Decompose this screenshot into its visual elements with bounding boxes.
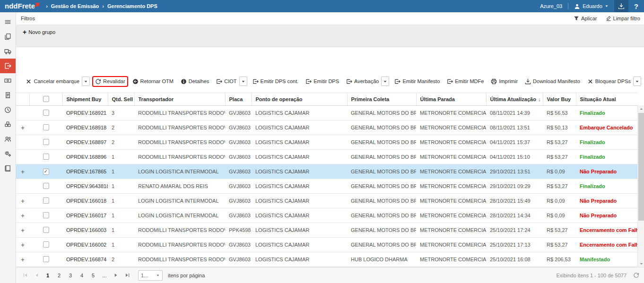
- expand-row-button[interactable]: +: [21, 212, 25, 219]
- row-checkbox[interactable]: [43, 124, 49, 130]
- download-manifesto-button[interactable]: Download Manifesto: [523, 77, 582, 86]
- column-header-ponto-de-operacao[interactable]: Ponto de operação: [252, 93, 347, 106]
- page-button-2[interactable]: 2: [54, 270, 64, 281]
- apply-filter-button[interactable]: Aplicar: [574, 16, 597, 21]
- breadcrumb-gestao-de-emissao[interactable]: Gestão de Emissão: [51, 3, 99, 9]
- row-checkbox[interactable]: [43, 227, 49, 233]
- row-checkbox[interactable]: ✓: [43, 169, 49, 175]
- refresh-grid-button[interactable]: [633, 272, 639, 278]
- download-button[interactable]: [614, 0, 628, 12]
- scrollbar-thumb[interactable]: [638, 113, 644, 221]
- expand-row-button[interactable]: +: [21, 168, 25, 175]
- column-header-qtd-sell[interactable]: Qtd. Sell: [108, 93, 134, 106]
- imprimir-button[interactable]: Imprimir: [489, 77, 520, 86]
- row-checkbox[interactable]: [43, 241, 49, 248]
- row-checkbox[interactable]: [43, 212, 49, 218]
- table-row[interactable]: +OPRDEV.1660181LOGIN LOGISTICA INTERMODA…: [16, 194, 637, 208]
- row-checkbox[interactable]: [43, 139, 49, 145]
- table-row[interactable]: +OPRDEV.1660031RODOMILLI TRANSPORTES ROD…: [16, 223, 637, 238]
- row-checkbox[interactable]: [43, 110, 49, 116]
- emitir-dps-cont-button[interactable]: Emitir DPS cont.: [251, 77, 301, 86]
- cancelar-embarque-dropdown[interactable]: [82, 77, 90, 86]
- averbacao-button[interactable]: Averbação: [344, 77, 381, 86]
- help-button[interactable]: ?: [634, 2, 638, 10]
- column-header-shipment-buy[interactable]: Shipment Buy: [62, 93, 108, 106]
- ciot-button[interactable]: CIOT: [214, 77, 238, 86]
- row-checkbox[interactable]: [43, 154, 49, 160]
- sidebar-item-invoices[interactable]: [0, 88, 16, 103]
- first-page-button[interactable]: [20, 270, 30, 281]
- table-row[interactable]: OPRDEV.1689213RODOMILLI TRANSPORTES RODO…: [16, 106, 637, 120]
- plus-icon: +: [23, 29, 26, 35]
- emitir-mdfe-button[interactable]: Emitir MDFe: [445, 77, 486, 86]
- retornar-otm-button[interactable]: Retornar OTM: [131, 77, 175, 86]
- cancelar-embarque-button[interactable]: Cancelar embarque: [24, 77, 81, 86]
- last-page-button[interactable]: [122, 270, 132, 281]
- page-size-dropdown[interactable]: 1...: [138, 270, 163, 281]
- page-button-4[interactable]: 4: [77, 270, 87, 281]
- expand-row-button[interactable]: +: [21, 197, 25, 205]
- table-row[interactable]: OPRDEV.1688972RODOMILLI TRANSPORTES RODO…: [16, 135, 637, 150]
- column-header-placa[interactable]: Placa: [225, 93, 252, 106]
- cell-ultima_parada: METRONORTE COMERCIAL DE V...: [416, 208, 486, 223]
- bloquear-dpss-dropdown[interactable]: [633, 77, 641, 86]
- ciot-dropdown[interactable]: [239, 77, 247, 86]
- column-header-ultima-parada[interactable]: Última Parada: [416, 93, 486, 106]
- export-icon: [394, 78, 400, 85]
- table-row[interactable]: +OPRDEV.1689182RODOMILLI TRANSPORTES ROD…: [16, 120, 637, 135]
- emitir-manifesto-button[interactable]: Emitir Manifesto: [392, 77, 442, 86]
- app-logo[interactable]: nddFrete: [5, 2, 39, 10]
- table-row[interactable]: +OPRDEV.1660021RODOMILLI TRANSPORTES ROD…: [16, 238, 637, 252]
- clear-filter-button[interactable]: Limpar filtro: [606, 16, 640, 21]
- next-page-button[interactable]: [111, 270, 121, 281]
- scroll-down-button[interactable]: [638, 260, 644, 267]
- table-row[interactable]: +OPRDEV.1668742RODOMILLI TRANSPORTES ROD…: [16, 252, 637, 267]
- sidebar-item-history[interactable]: [0, 103, 16, 117]
- column-header-ultima-atualizacao[interactable]: Última Atualização↓: [486, 93, 543, 106]
- sidebar-item-financial[interactable]: [0, 73, 16, 88]
- cell-transportador: RODOMILLI TRANSPORTES RODOVIARIOS L...: [134, 135, 225, 150]
- table-row[interactable]: OPRDEV.1688961RODOMILLI TRANSPORTES RODO…: [16, 150, 637, 164]
- sidebar-item-transport[interactable]: [0, 44, 16, 59]
- page-button-1[interactable]: 1: [43, 270, 53, 281]
- select-all-checkbox[interactable]: [43, 96, 49, 102]
- user-menu[interactable]: Eduardo: [574, 3, 609, 9]
- page-button-3[interactable]: 3: [65, 270, 76, 281]
- sidebar-item-emission[interactable]: [0, 59, 16, 73]
- page-button-...[interactable]: ...: [99, 270, 110, 281]
- scroll-up-button[interactable]: [638, 105, 644, 112]
- sidebar-item-users[interactable]: [0, 132, 16, 146]
- sidebar-item-documents[interactable]: [0, 29, 16, 44]
- column-header-situacao-atual[interactable]: Situação Atual: [576, 93, 637, 106]
- detalhes-button[interactable]: Detalhes: [179, 77, 211, 86]
- column-header-transportador[interactable]: Transportador: [134, 93, 225, 106]
- revalidar-button[interactable]: Revalidar: [93, 77, 127, 86]
- cell-situacao: Encerramento com Falha: [576, 223, 637, 238]
- expand-row-button[interactable]: +: [21, 241, 25, 249]
- cell-shipment_buy: OPRDEV.168918: [62, 120, 108, 135]
- prev-page-button[interactable]: [31, 270, 42, 281]
- sidebar-item-settings[interactable]: [0, 146, 16, 161]
- averbacao-dropdown[interactable]: [381, 77, 389, 86]
- table-row[interactable]: +OPRDEV.1660171LOGIN LOGISTICA INTERMODA…: [16, 208, 637, 223]
- expand-row-button[interactable]: +: [21, 124, 25, 131]
- breadcrumb-gerenciamento-dps[interactable]: Gerenciamento DPS: [107, 3, 157, 9]
- table-row[interactable]: +✓OPRDEV.1678651LOGIN LOGISTICA INTERMOD…: [16, 164, 637, 179]
- sidebar-item-records[interactable]: [0, 161, 16, 176]
- vertical-scrollbar[interactable]: [637, 105, 644, 267]
- cell-checkbox: [29, 120, 62, 135]
- row-checkbox[interactable]: [43, 256, 49, 262]
- row-checkbox[interactable]: [43, 183, 49, 189]
- new-group-button[interactable]: + Novo grupo: [23, 29, 55, 35]
- page-button-5[interactable]: 5: [88, 270, 98, 281]
- table-row[interactable]: OPRDEV.964381801RENATO AMARAL DOS REISGV…: [16, 179, 637, 194]
- sidebar-item-cargo[interactable]: [0, 117, 16, 132]
- expand-row-button[interactable]: +: [21, 256, 25, 263]
- expand-row-button[interactable]: +: [21, 227, 25, 234]
- emitir-dps-button[interactable]: Emitir DPS: [304, 77, 341, 86]
- column-header-primeira-coleta[interactable]: Primeira Coleta: [347, 93, 416, 106]
- row-checkbox[interactable]: [43, 197, 49, 204]
- sidebar-item-menu[interactable]: [0, 15, 16, 29]
- bloquear-dpss-button[interactable]: Bloquear DPSs: [585, 77, 633, 86]
- column-header-valor-buy[interactable]: Valor Buy: [543, 93, 576, 106]
